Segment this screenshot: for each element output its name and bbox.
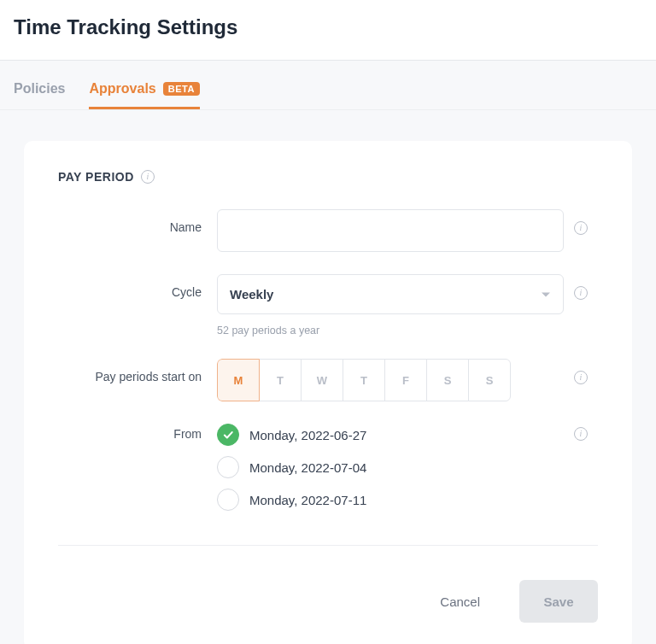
row-cycle: Cycle Weekly 52 pay periods a year i <box>58 274 598 337</box>
row-name: Name i <box>58 209 598 252</box>
cycle-select[interactable]: Weekly <box>217 274 564 314</box>
label-start-on: Pay periods start on <box>58 359 217 383</box>
page-header: Time Tracking Settings <box>0 0 656 61</box>
from-option[interactable]: Monday, 2022-07-11 <box>217 489 564 511</box>
day-option[interactable]: M <box>217 359 260 401</box>
info-icon[interactable]: i <box>574 286 588 300</box>
page-title: Time Tracking Settings <box>14 15 642 39</box>
day-option[interactable]: S <box>426 359 469 401</box>
name-input[interactable] <box>217 209 564 252</box>
tab-policies[interactable]: Policies <box>14 81 65 109</box>
label-from: From <box>58 424 217 441</box>
pay-period-card: PAY PERIOD i Name i Cycle Weekly <box>24 141 632 644</box>
tabs: Policies Approvals BETA <box>0 61 656 110</box>
info-icon[interactable]: i <box>141 170 155 184</box>
save-button[interactable]: Save <box>519 580 598 623</box>
tab-label: Approvals <box>89 81 155 97</box>
from-option-label: Monday, 2022-07-04 <box>249 460 366 475</box>
content-area: Policies Approvals BETA PAY PERIOD i Nam… <box>0 61 656 644</box>
chevron-down-icon <box>542 292 550 296</box>
label-name: Name <box>58 209 217 234</box>
cancel-button[interactable]: Cancel <box>418 580 502 623</box>
day-option[interactable]: W <box>301 359 343 401</box>
radio-icon <box>217 456 239 478</box>
from-option-label: Monday, 2022-07-11 <box>249 493 366 507</box>
info-icon[interactable]: i <box>574 371 588 384</box>
beta-badge: BETA <box>163 82 200 96</box>
radio-icon <box>217 489 239 511</box>
card-footer: Cancel Save <box>58 546 598 623</box>
info-icon[interactable]: i <box>574 221 588 235</box>
info-icon[interactable]: i <box>574 427 588 441</box>
day-picker: MTWTFSS <box>217 359 564 401</box>
day-option[interactable]: F <box>384 359 427 401</box>
tab-label: Policies <box>14 81 65 97</box>
from-option[interactable]: Monday, 2022-07-04 <box>217 456 564 478</box>
cycle-helper: 52 pay periods a year <box>217 325 564 337</box>
from-option[interactable]: Monday, 2022-06-27 <box>217 424 564 446</box>
day-option[interactable]: S <box>468 359 511 401</box>
row-from: From Monday, 2022-06-27Monday, 2022-07-0… <box>58 424 598 521</box>
radio-checked-icon <box>217 424 239 446</box>
cycle-value: Weekly <box>230 287 273 302</box>
day-option[interactable]: T <box>259 359 302 401</box>
tab-approvals[interactable]: Approvals BETA <box>89 81 199 109</box>
day-option[interactable]: T <box>343 359 385 401</box>
section-header: PAY PERIOD i <box>58 170 598 184</box>
from-option-label: Monday, 2022-06-27 <box>249 428 366 442</box>
section-title: PAY PERIOD <box>58 170 134 184</box>
row-start-on: Pay periods start on MTWTFSS i <box>58 359 598 401</box>
label-cycle: Cycle <box>58 274 217 299</box>
